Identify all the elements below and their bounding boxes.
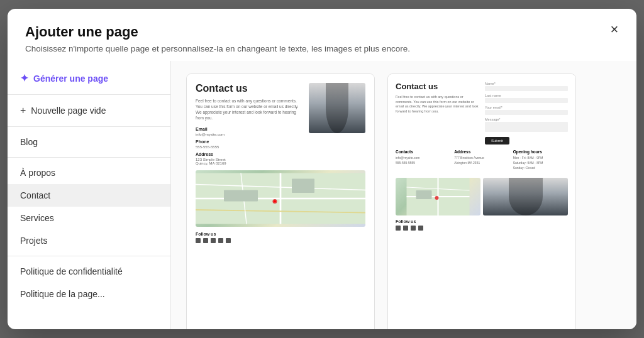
sidebar-item-contact[interactable]: Contact [8, 184, 170, 207]
contacts-col: Contacts info@mysite.com555-555-5555 [396, 150, 450, 170]
preview-2-bottom-images [396, 174, 568, 215]
preview-1-follow: Follow us [196, 232, 365, 236]
preview-2-follow: Follow us [396, 219, 568, 224]
divider-2 [8, 126, 170, 127]
preview-1-map [196, 170, 365, 227]
preview-1-social [196, 238, 365, 243]
close-button[interactable]: × [605, 20, 624, 39]
template-card-contact-2[interactable]: Contact us Feel free to contact us with … [387, 74, 576, 329]
services-label: Services [20, 213, 54, 223]
social-2-icon-li [411, 226, 416, 231]
preview-email-label: Email [196, 127, 303, 131]
social-icon-yt [218, 238, 223, 243]
preview-2-desc: Feel free to contact us with any questio… [396, 95, 479, 114]
preview-submit-btn: Submit [485, 137, 509, 144]
template-preview-1: Contact us Feel free to contact us with … [187, 74, 374, 329]
preview-1-title: Contact us [196, 83, 303, 94]
preview-phone-label: Phone [196, 139, 303, 144]
preview-2-form: Name* Last name Your email* [485, 82, 568, 147]
divider-4 [8, 256, 170, 256]
preview-2-info-row: Contacts info@mysite.com555-555-5555 Add… [396, 150, 568, 170]
sparkle-icon: ✦ [20, 72, 28, 84]
template-preview-2: Contact us Feel free to contact us with … [388, 74, 575, 329]
preview-2-arch-image [483, 174, 568, 215]
svg-rect-14 [416, 190, 432, 199]
a-propos-label: À propos [20, 168, 55, 178]
template-card-contact-1[interactable]: Contact us Feel free to contact us with … [186, 74, 375, 329]
generate-label: Générer une page [33, 74, 108, 84]
svg-point-15 [435, 196, 439, 200]
social-2-icon-tw [403, 226, 408, 231]
plus-icon: + [20, 105, 26, 116]
modal-header: Ajouter une page Choisissez n'importe qu… [8, 9, 636, 61]
social-2-icon-yt [418, 226, 423, 231]
sidebar-item-a-propos[interactable]: À propos [8, 161, 170, 184]
sidebar: ✦ Générer une page + Nouvelle page vide … [8, 61, 171, 329]
preview-2-map-small [396, 174, 480, 215]
form-field-message: Message* [485, 117, 568, 132]
modal-title: Ajouter une page [25, 24, 619, 40]
form-field-name: Name* [485, 82, 568, 91]
form-field-lastname: Last name [485, 94, 568, 103]
modal-body: ✦ Générer une page + Nouvelle page vide … [8, 61, 636, 329]
sidebar-item-politique-placeholder[interactable]: Politique de la page... [8, 283, 170, 305]
sidebar-item-blog[interactable]: Blog [8, 131, 170, 153]
svg-rect-7 [292, 179, 314, 194]
preview-2-title: Contact us [396, 82, 479, 91]
preview-address-label: Address [196, 152, 303, 156]
divider-1 [8, 94, 170, 95]
social-icon-fb [196, 238, 201, 243]
divider-3 [8, 157, 170, 158]
sidebar-item-projets[interactable]: Projets [8, 229, 170, 252]
modal-dialog: Ajouter une page Choisissez n'importe qu… [8, 9, 636, 329]
social-2-icon-fb [396, 226, 401, 231]
preview-2-social [396, 226, 568, 231]
social-icon-tw [203, 238, 208, 243]
svg-rect-6 [224, 190, 258, 202]
politique-label: Politique de confidentialité [20, 266, 123, 276]
sidebar-item-politique-confidentialite[interactable]: Politique de confidentialité [8, 260, 170, 283]
hours-col: Opening hours Mon - Fri: 8AM - 9PMSaturd… [513, 150, 568, 170]
form-field-email: Your email* [485, 106, 568, 115]
new-page-label: Nouvelle page vide [31, 106, 106, 116]
templates-area: Contact us Feel free to contact us with … [171, 61, 636, 329]
preview-phone-val: 555-555-5555 [196, 145, 303, 149]
social-icon-in [226, 238, 231, 243]
preview-email-val: info@mysite.com [196, 133, 303, 136]
svg-point-9 [274, 200, 276, 203]
sidebar-item-generate[interactable]: ✦ Générer une page [8, 66, 170, 90]
preview-1-image [309, 83, 365, 133]
preview-address-val: 123 Simple StreetQuincy, MA 02169 [196, 158, 303, 165]
blog-label: Blog [20, 137, 38, 147]
sidebar-item-services[interactable]: Services [8, 207, 170, 229]
sidebar-item-new-page[interactable]: + Nouvelle page vide [8, 99, 170, 123]
politique-placeholder-label: Politique de la page... [20, 289, 105, 299]
modal-subtitle: Choisissez n'importe quelle page et pers… [25, 44, 619, 53]
preview-1-desc: Feel free to contact us with any questio… [196, 98, 303, 121]
contact-label: Contact [20, 190, 50, 200]
social-icon-li [211, 238, 216, 243]
address-col: Address 777 Brockton AvenueAbington MA 2… [454, 150, 509, 170]
projets-label: Projets [20, 236, 48, 246]
